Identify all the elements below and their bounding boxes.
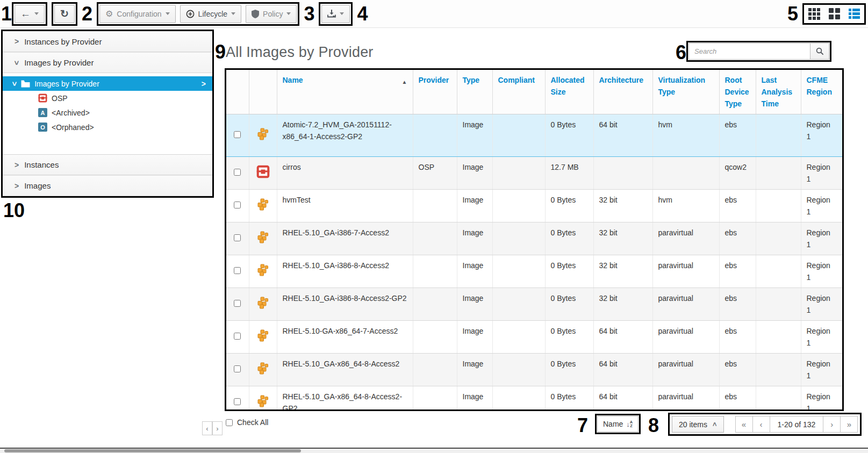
tree-node-osp[interactable]: OSP bbox=[3, 91, 212, 105]
tree-node-label: <Orphaned> bbox=[52, 123, 94, 132]
table-row[interactable]: RHEL-5.10_GA-i386-7-Access2Image0 Bytes3… bbox=[226, 222, 842, 255]
cell-virtualization-type: paravirtual bbox=[652, 354, 719, 386]
accordion-label: Instances by Provider bbox=[24, 37, 102, 46]
column-header-virtualization-type[interactable]: Virtualization Type bbox=[652, 70, 719, 114]
tree-node-images-by-provider[interactable]: > Images by Provider > bbox=[3, 76, 212, 91]
annotation-box-dropdown-group: ⚙ Configuration Lifecycle Policy bbox=[97, 2, 299, 26]
search-input[interactable] bbox=[688, 43, 810, 60]
cell-name[interactable]: Atomic-7.2_HVM_GA-20151112-x86_64-1-Acce… bbox=[277, 114, 413, 157]
check-all-checkbox[interactable] bbox=[226, 419, 233, 426]
cell-name[interactable]: RHEL-5.10-GA-x86_64-7-Access2 bbox=[277, 321, 413, 354]
column-header-type[interactable]: Type bbox=[457, 70, 492, 114]
cell-checkbox bbox=[226, 255, 249, 288]
chevron-down-icon bbox=[231, 12, 235, 15]
table-row[interactable]: RHEL-5.10_GA-i386-8-Access2-GP2Image0 By… bbox=[226, 288, 842, 321]
cell-type: Image bbox=[457, 321, 492, 354]
aws-image-icon bbox=[256, 236, 269, 245]
check-all-label: Check All bbox=[237, 418, 268, 427]
cell-cfme-region: Region 1 bbox=[801, 386, 842, 412]
row-checkbox[interactable] bbox=[234, 300, 241, 307]
row-checkbox[interactable] bbox=[234, 169, 241, 176]
column-header-last-analysis-time[interactable]: Last Analysis Time bbox=[756, 70, 801, 114]
download-button[interactable] bbox=[321, 5, 350, 23]
list-view-icon[interactable] bbox=[849, 9, 860, 19]
cell-last-analysis-time bbox=[756, 157, 801, 190]
sidebar-item-instances[interactable]: > Instances bbox=[3, 154, 212, 175]
images-table: Name▲ProviderTypeCompliantAllocated Size… bbox=[226, 70, 843, 411]
grid-view-icon[interactable] bbox=[808, 8, 820, 20]
cell-root-device-type: ebs bbox=[719, 386, 756, 412]
cell-name[interactable]: RHEL-5.10_GA-i386-8-Access2 bbox=[277, 255, 413, 288]
cell-architecture: 64 bit bbox=[593, 114, 652, 157]
previous-page-button[interactable]: ‹ bbox=[752, 416, 770, 433]
sidebar-item-images[interactable]: > Images bbox=[3, 175, 212, 196]
column-header-architecture[interactable]: Architecture bbox=[593, 70, 652, 114]
cell-name[interactable]: cirros bbox=[277, 157, 413, 190]
cell-cfme-region: Region 1 bbox=[801, 190, 842, 222]
table-row[interactable]: RHEL-5.10_GA-x86_64-8-Access2Image0 Byte… bbox=[226, 354, 842, 386]
row-checkbox[interactable] bbox=[234, 267, 241, 274]
sort-by-name-button[interactable]: Name ↓AZ bbox=[597, 416, 639, 432]
cell-name[interactable]: RHEL-5.10_GA-i386-8-Access2-GP2 bbox=[277, 288, 413, 321]
refresh-button[interactable]: ↻ bbox=[54, 5, 75, 23]
expand-right-icon[interactable]: › bbox=[212, 421, 223, 435]
column-header-provider[interactable]: Provider bbox=[413, 70, 457, 114]
footer-bar: ‹ › Check All 7 Name ↓AZ 8 20 items > « bbox=[215, 414, 868, 438]
table-row[interactable]: RHEL-5.10-GA-x86_64-7-Access2Image0 Byte… bbox=[226, 321, 842, 354]
row-checkbox[interactable] bbox=[234, 365, 241, 372]
lifecycle-dropdown[interactable]: Lifecycle bbox=[180, 5, 241, 23]
cell-name[interactable]: RHEL-5.10_GA-i386-7-Access2 bbox=[277, 222, 413, 255]
row-checkbox[interactable] bbox=[234, 131, 241, 138]
annotation-8: 8 bbox=[648, 416, 659, 435]
cell-allocated-size: 0 Bytes bbox=[545, 288, 593, 321]
cell-cfme-region: Region 1 bbox=[801, 354, 842, 386]
table-row[interactable]: cirrosOSPImage12.7 MBqcow2Region 1 bbox=[226, 157, 842, 190]
tile-view-icon[interactable] bbox=[829, 8, 840, 19]
sidebar-item-instances-by-provider[interactable]: > Instances by Provider bbox=[3, 31, 212, 52]
column-header-allocated-size[interactable]: Allocated Size bbox=[545, 70, 593, 114]
chevron-right-icon: > bbox=[15, 38, 19, 45]
tree-node-orphaned[interactable]: O <Orphaned> bbox=[3, 120, 212, 134]
app-window: 1 ← ↻ 2 ⚙ Configuration bbox=[0, 0, 868, 453]
tree-node-archived[interactable]: A <Archived> bbox=[3, 105, 212, 120]
column-header-name[interactable]: Name▲ bbox=[277, 70, 413, 114]
cell-name[interactable]: RHEL-5.10_GA-x86_64-8-Access2 bbox=[277, 354, 413, 386]
table-row[interactable]: RHEL-5.10_GA-i386-8-Access2Image0 Bytes3… bbox=[226, 255, 842, 288]
back-button[interactable]: ← bbox=[15, 5, 45, 23]
cell-virtualization-type: paravirtual bbox=[652, 222, 719, 255]
policy-dropdown[interactable]: Policy bbox=[246, 5, 297, 23]
row-checkbox[interactable] bbox=[234, 234, 241, 241]
horizontal-scrollbar-thumb[interactable] bbox=[4, 449, 301, 452]
cell-root-device-type: ebs bbox=[719, 321, 756, 354]
column-header-cfme-region[interactable]: CFME Region bbox=[801, 70, 842, 114]
chevron-down-icon bbox=[34, 12, 39, 15]
annotation-box-refresh: ↻ bbox=[52, 2, 77, 26]
aws-image-icon bbox=[256, 400, 269, 409]
cell-allocated-size: 0 Bytes bbox=[545, 354, 593, 386]
sidebar-item-images-by-provider[interactable]: > Images by Provider bbox=[3, 52, 212, 73]
search-button[interactable] bbox=[810, 43, 829, 60]
cell-provider bbox=[413, 222, 457, 255]
column-header-compliant[interactable]: Compliant bbox=[492, 70, 545, 114]
cell-virtualization-type: paravirtual bbox=[652, 386, 719, 412]
cell-allocated-size: 12.7 MB bbox=[545, 157, 593, 190]
collapse-left-icon[interactable]: ‹ bbox=[202, 421, 212, 435]
last-page-button[interactable]: » bbox=[840, 416, 858, 433]
items-per-page-dropdown[interactable]: 20 items > bbox=[672, 416, 724, 433]
cell-name[interactable]: hvmTest bbox=[277, 190, 413, 222]
configuration-dropdown[interactable]: ⚙ Configuration bbox=[99, 5, 176, 23]
cell-name[interactable]: RHEL-5.10_GA-x86_64-8-Access2-GP2 bbox=[277, 386, 413, 412]
row-checkbox[interactable] bbox=[234, 333, 241, 340]
first-page-button[interactable]: « bbox=[735, 416, 753, 433]
row-checkbox[interactable] bbox=[234, 398, 241, 405]
row-checkbox[interactable] bbox=[234, 202, 241, 208]
table-row[interactable]: RHEL-5.10_GA-x86_64-8-Access2-GP2Image0 … bbox=[226, 386, 842, 412]
chevron-down-icon: > bbox=[13, 60, 20, 64]
table-row[interactable]: hvmTestImage0 Bytes32 bithvmebsRegion 1 bbox=[226, 190, 842, 222]
cell-architecture: 64 bit bbox=[593, 354, 652, 386]
annotation-5: 5 bbox=[787, 4, 798, 24]
column-header-root-device-type[interactable]: Root Device Type bbox=[719, 70, 756, 114]
table-row[interactable]: Atomic-7.2_HVM_GA-20151112-x86_64-1-Acce… bbox=[226, 114, 842, 157]
next-page-button[interactable]: › bbox=[823, 416, 841, 433]
cell-cfme-region: Region 1 bbox=[801, 114, 842, 157]
